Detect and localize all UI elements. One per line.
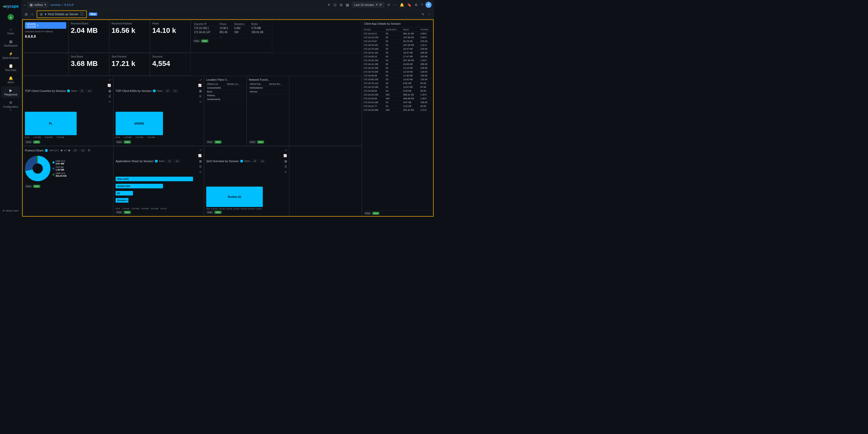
scissors-icon-qos[interactable]: ✂ [285,170,287,174]
table-row[interactable]: 172.16.10.12853157.85 KB2.56 k [362,36,433,39]
table-row[interactable]: 172.16.60.485311.40 KB135.00 [362,74,433,78]
datasource-pill[interactable]: ▦ netflow ▾ [28,2,49,8]
table-row[interactable]: 172.16.20.64443394.08 KB1.60 k [362,97,433,100]
table-icon-proto[interactable]: ☰ [88,148,90,152]
user-avatar[interactable]: A [426,2,432,8]
time-save[interactable]: ⊡ [379,3,382,6]
table-row[interactable]: 172.16.70.113539.91 KB95.00 [362,82,433,85]
table-row[interactable]: 172.16.60.1055313.02 KB116.00 [362,78,433,82]
expand-icon-countries[interactable]: ⤢ [109,78,111,82]
table-row[interactable]: 172.16.70.2285323.47 KB218.00 [362,47,433,51]
prev-page-icon[interactable]: ◀ [60,148,62,152]
table-row[interactable]: 172.16.30.64538.26 KB90.00 [362,89,433,93]
datasource-select-icon[interactable]: ▦ [345,2,350,7]
settings-icon[interactable]: ⚙ [414,2,418,7]
scissors-icon-apps[interactable]: ✂ [199,170,202,174]
filter-close-icon[interactable]: ✕ [37,24,39,27]
next-page-icon[interactable]: ▶ [68,148,70,152]
help-icon[interactable]: ? [421,2,424,7]
sidebar-item-home[interactable]: ⌂ Home [1,25,20,37]
bookmark-icon[interactable]: 🔖 [407,2,412,7]
client-app-table-scroll[interactable]: clientIp application Bytes Packets 172.1… [362,28,433,210]
sidebar-item-alerts[interactable]: 🔔 Alerts [1,74,20,86]
apps-icon[interactable]: ⋯ [393,2,397,7]
back-arrow[interactable]: ‹ [24,3,26,7]
expand-icon-asns[interactable]: ⤢ [199,78,202,82]
info-icon[interactable]: ⓘ [80,11,84,17]
whats-new-button[interactable]: ⚙ What's new? [3,210,19,212]
sidebar-item-quickanalysis[interactable]: ⚡ Quick Analysis [1,50,20,61]
table-row[interactable]: Piwnica [206,94,244,97]
table-row[interactable]: 172.16.20.13453547.38 KB1.64 k [362,59,433,62]
bar-icon-apps[interactable]: ▦ [199,159,202,163]
expand-icon-apps[interactable]: ⤢ [199,148,202,152]
chart-type-icon-apps[interactable]: 📈 [198,154,202,158]
sidebar-item-playground[interactable]: ▶ Playground [1,86,20,98]
table-row[interactable]: 172.16.20.10153107.26 KB1.81 k [362,43,433,47]
notifications-icon[interactable]: 🔔 [399,2,405,7]
table-row[interactable]: 172.16.70.1995312.07 KB87.00 [362,85,433,89]
query-settings-icon[interactable]: ⊡ [333,2,337,7]
table-icon-asns[interactable]: ☰ [199,94,202,98]
table-row[interactable]: 172.16.10.1153561.41 KB4.58 k [362,32,433,36]
all-badge-apps[interactable]: All [166,160,173,163]
table-row[interactable]: Biuro [206,90,244,94]
filter-icon[interactable]: ⊞ [339,2,343,7]
time-close[interactable]: ✕ [376,3,378,6]
table-row[interactable]: 172.16.41.1655324.69 KB298.00 [362,62,433,66]
time-range-picker[interactable]: Last 15 minutes ✕ ⊡ [352,2,385,7]
table-row[interactable]: Workstations [249,86,287,90]
table-row[interactable]: ...... [193,34,270,38]
table-row[interactable]: Serwerownia [206,97,244,101]
expand-icon-qos[interactable]: ⤢ [285,148,287,152]
table-row[interactable]: 172.16.41.1615319.97 KB208.00 [362,51,433,55]
sidebar-item-rawdata[interactable]: 📋 Raw Data [1,62,20,73]
table-row[interactable]: 172.16.100.113.90 k4,4025.70 MB [193,26,270,30]
edit-dashboard-icon[interactable]: ✎ [421,12,425,17]
all-badge-proto[interactable]: All [72,149,78,152]
table-icon-qos[interactable]: ☰ [284,165,287,168]
inv-badge-countries[interactable]: Inv [86,89,93,92]
selected-ip-value: 8.8.8.8 [25,34,66,38]
chart-type-icon-countries[interactable]: 📈 [107,84,111,87]
bar-icon-qos[interactable]: ▦ [284,159,287,163]
inv-badge-asns[interactable]: Inv [172,89,179,92]
inv-badge-apps[interactable]: Inv [174,160,181,163]
bar-icon-asns[interactable]: ▦ [199,89,202,93]
all-badge-asns[interactable]: All [164,89,170,92]
more-options-icon[interactable]: ⋯ [427,12,432,17]
badge-raw-nf: Raw [249,141,256,144]
table-row[interactable]: 172.16.20.239443380.51 KB1.30 k [362,93,433,97]
sidebar-item-dashboards[interactable]: ▦ Dashboards [1,37,20,49]
all-badge-countries[interactable]: All [79,89,85,92]
inv-badge-proto[interactable]: Inv [80,149,86,152]
table-row[interactable]: 172.16.20.206443251.42 KB1.21 k [362,108,433,112]
table-row[interactable]: 172.16.41.245539.87 KB108.00 [362,100,433,104]
x-axis-apps: 00 B1.00 MB2.00 MB3.00 MB4.00 MB5.00 M [116,208,202,210]
chart-type-icon-qos[interactable]: 📈 [283,154,287,158]
table-row[interactable]: Goraszewska [206,86,244,90]
sidebar-item-configuration[interactable]: ⚙ Configuration ▾ [1,98,20,113]
table-row[interactable] [249,94,287,95]
all-badge-qos[interactable]: All [252,160,258,163]
refresh-icon[interactable]: ↺ [386,2,391,7]
scissors-icon-asns[interactable]: ✂ [199,100,202,104]
scissors-icon-countries[interactable]: ✂ [109,100,111,104]
layout-icon[interactable]: ⊞ [39,12,43,17]
table-row[interactable]: 172.16.70.675350.78 KB475.00 [362,39,433,43]
table-row[interactable]: 172.16.42.1595313.13 KB128.00 [362,66,433,70]
table-row[interactable]: 172.16.42.147851.00330105.91 KB [193,30,270,34]
grid-icon[interactable]: ⊞ [24,12,28,17]
app-bar: domain (53) [116,184,163,188]
table-row[interactable]: 172.16.41.77535.10 KB64.00 [362,104,433,108]
table-icon-apps[interactable]: ☰ [199,165,202,168]
bar-icon-countries[interactable]: ▦ [108,89,111,93]
star-icon[interactable]: ☆ [30,12,35,17]
table-icon-countries[interactable]: ☰ [108,94,111,98]
chart-type-icon-asns[interactable]: 📈 [198,84,202,87]
table-row[interactable]: Servers [249,90,287,94]
table-row[interactable]: 172.16.70.2005312.44 KB118.00 [362,70,433,74]
close-query-icon[interactable]: ✕ [327,2,331,7]
inv-badge-qos[interactable]: Inv [259,160,266,163]
table-row[interactable]: 172.16.95.105327.47 KB182.00 [362,55,433,59]
